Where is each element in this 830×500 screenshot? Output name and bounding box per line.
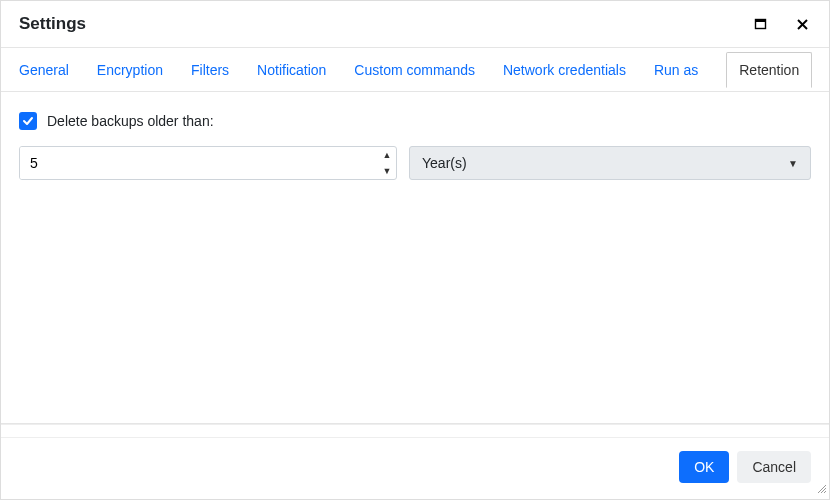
spinner-down-icon[interactable]: ▼ bbox=[378, 163, 396, 179]
tab-network-credentials[interactable]: Network credentials bbox=[503, 52, 626, 88]
spinner-up-icon[interactable]: ▲ bbox=[378, 147, 396, 163]
window-controls bbox=[751, 15, 811, 33]
section-divider bbox=[1, 424, 829, 438]
tab-filters[interactable]: Filters bbox=[191, 52, 229, 88]
retention-value-input[interactable] bbox=[20, 147, 378, 179]
retention-form-row: ▲ ▼ Year(s) ▼ bbox=[19, 146, 811, 180]
svg-line-6 bbox=[824, 491, 826, 493]
svg-rect-1 bbox=[755, 19, 765, 22]
close-icon[interactable] bbox=[793, 15, 811, 33]
retention-value-wrap: ▲ ▼ bbox=[19, 146, 397, 180]
number-spinner: ▲ ▼ bbox=[378, 147, 396, 179]
dialog-header: Settings bbox=[1, 1, 829, 48]
tab-content-retention: Delete backups older than: ▲ ▼ Year(s) ▼ bbox=[1, 92, 829, 424]
resize-grip-icon[interactable] bbox=[815, 482, 827, 494]
retention-unit-value: Year(s) bbox=[422, 155, 467, 171]
cancel-button[interactable]: Cancel bbox=[737, 451, 811, 483]
maximize-icon[interactable] bbox=[751, 15, 769, 33]
ok-button[interactable]: OK bbox=[679, 451, 729, 483]
dialog-footer: OK Cancel bbox=[1, 438, 829, 496]
retention-unit-select[interactable]: Year(s) ▼ bbox=[409, 146, 811, 180]
chevron-down-icon: ▼ bbox=[788, 158, 798, 169]
tab-retention[interactable]: Retention bbox=[726, 52, 812, 88]
tab-encryption[interactable]: Encryption bbox=[97, 52, 163, 88]
delete-older-label: Delete backups older than: bbox=[47, 113, 214, 129]
tab-general[interactable]: General bbox=[19, 52, 69, 88]
tab-notification[interactable]: Notification bbox=[257, 52, 326, 88]
tab-custom-commands[interactable]: Custom commands bbox=[354, 52, 475, 88]
tabs: General Encryption Filters Notification … bbox=[1, 48, 829, 92]
tab-run-as[interactable]: Run as bbox=[654, 52, 698, 88]
dialog-title: Settings bbox=[19, 14, 86, 34]
delete-older-checkbox[interactable] bbox=[19, 112, 37, 130]
delete-older-row: Delete backups older than: bbox=[19, 112, 811, 130]
